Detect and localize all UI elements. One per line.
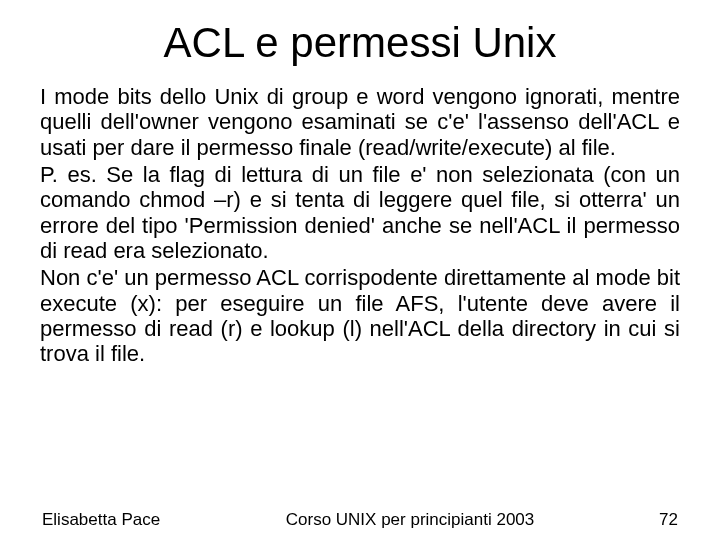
body-paragraph-3: Non c'e' un permesso ACL corrispodente d… xyxy=(40,265,680,366)
footer-author: Elisabetta Pace xyxy=(42,511,202,530)
slide-footer: Elisabetta Pace Corso UNIX per principia… xyxy=(40,507,680,530)
body-paragraph-1: I mode bits dello Unix di group e word v… xyxy=(40,84,680,160)
slide-title: ACL e permessi Unix xyxy=(40,20,680,66)
slide: ACL e permessi Unix I mode bits dello Un… xyxy=(0,0,720,540)
footer-page-number: 72 xyxy=(618,511,678,530)
body-paragraph-2: P. es. Se la flag di lettura di un file … xyxy=(40,162,680,263)
footer-course: Corso UNIX per principianti 2003 xyxy=(202,511,618,530)
slide-body: I mode bits dello Unix di group e word v… xyxy=(40,84,680,507)
